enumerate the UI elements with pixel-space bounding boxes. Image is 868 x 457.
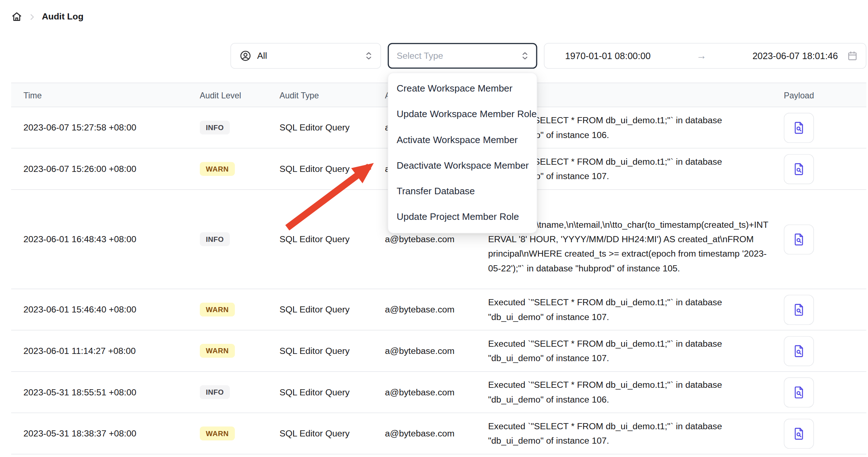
cell-actor: a@bytebase.com xyxy=(385,346,488,356)
cell-time: 2023-06-01 15:46:40 +08:00 xyxy=(11,305,200,315)
cell-comment: Executed `"SELECT * FROM db_ui_demo.t1;"… xyxy=(488,336,784,365)
audit-log-page: Audit Log All Select Type xyxy=(0,0,868,457)
audit-level-badge: WARN xyxy=(200,426,235,440)
filter-bar: All Select Type Create Workspace xyxy=(231,43,867,68)
cell-actor: a@bytebase.com xyxy=(385,305,488,315)
column-header-audit-type: Audit Type xyxy=(279,90,385,99)
audit-type-dropdown: Create Workspace Member Update Workspace… xyxy=(388,72,537,233)
chevrons-updown-icon xyxy=(364,51,373,60)
date-range-start: 1970-01-01 08:00:00 xyxy=(565,50,650,61)
chevrons-updown-icon xyxy=(520,51,529,60)
file-search-icon xyxy=(792,302,806,317)
cell-audit-type: SQL Editor Query xyxy=(279,346,385,356)
audit-level-badge: INFO xyxy=(200,232,230,246)
file-search-icon xyxy=(792,343,806,358)
payload-view-button[interactable] xyxy=(784,418,814,449)
table-row: 2023-05-31 18:38:37 +08:00 WARN SQL Edit… xyxy=(11,413,866,454)
audit-level-badge: WARN xyxy=(200,162,235,176)
cell-actor: a@bytebase.com xyxy=(385,429,488,439)
cell-audit-type: SQL Editor Query xyxy=(279,123,385,133)
cell-time: 2023-06-07 15:27:58 +08:00 xyxy=(11,123,200,133)
actor-filter-select[interactable]: All xyxy=(231,43,381,68)
cell-audit-type: SQL Editor Query xyxy=(279,387,385,397)
cell-comment: Executed `"SELECT * FROM db_ui_demo.t1;"… xyxy=(488,378,784,407)
date-range-picker[interactable]: 1970-01-01 08:00:00 → 2023-06-07 18:01:4… xyxy=(544,43,866,68)
audit-type-placeholder: Select Type xyxy=(397,51,443,61)
payload-view-button[interactable] xyxy=(784,112,814,143)
file-search-icon xyxy=(792,161,806,176)
audit-level-badge: INFO xyxy=(200,385,230,399)
column-header-time: Time xyxy=(11,90,200,99)
cell-time: 2023-05-31 18:38:37 +08:00 xyxy=(11,429,200,439)
cell-comment: Executed `"SELECT * FROM db_ui_demo.t1;"… xyxy=(488,419,784,448)
page-title: Audit Log xyxy=(42,12,84,22)
date-range-end: 2023-06-07 18:01:46 xyxy=(752,50,838,61)
payload-view-button[interactable] xyxy=(784,154,814,184)
menu-item-update-workspace-member[interactable]: Update Workspace Member Role xyxy=(388,102,537,127)
file-search-icon xyxy=(792,426,806,441)
audit-level-badge: WARN xyxy=(200,344,235,358)
cell-time: 2023-06-01 16:48:43 +08:00 xyxy=(11,234,200,244)
menu-item-update-project-member[interactable]: Update Project Member Role xyxy=(388,204,537,230)
file-search-icon xyxy=(792,385,806,399)
column-header-payload: Payload xyxy=(784,90,866,99)
chevron-right-icon xyxy=(28,13,36,21)
cell-audit-type: SQL Editor Query xyxy=(279,234,385,244)
table-row: 2023-06-01 15:46:40 +08:00 WARN SQL Edit… xyxy=(11,289,866,330)
cell-time: 2023-06-01 11:14:27 +08:00 xyxy=(11,346,200,356)
arrow-right-icon: → xyxy=(650,50,752,62)
menu-item-deactivate-workspace-member[interactable]: Deactivate Workspace Member xyxy=(388,153,537,178)
audit-type-select[interactable]: Select Type xyxy=(388,43,537,68)
table-row: 2023-06-01 11:14:27 +08:00 WARN SQL Edit… xyxy=(11,330,866,372)
cell-actor: a@bytebase.com xyxy=(385,234,488,244)
file-search-icon xyxy=(792,232,806,247)
cell-time: 2023-05-31 18:55:51 +08:00 xyxy=(11,387,200,397)
breadcrumb: Audit Log xyxy=(11,9,84,25)
file-search-icon xyxy=(792,120,806,135)
cell-audit-type: SQL Editor Query xyxy=(279,305,385,315)
cell-time: 2023-06-07 15:26:00 +08:00 xyxy=(11,164,200,174)
user-circle-icon xyxy=(239,50,251,62)
audit-type-filter: Select Type Create Workspace Member Upda… xyxy=(388,43,537,68)
menu-item-activate-workspace-member[interactable]: Activate Workspace Member xyxy=(388,127,537,153)
audit-level-badge: WARN xyxy=(200,303,235,317)
cell-audit-type: SQL Editor Query xyxy=(279,429,385,439)
audit-level-badge: INFO xyxy=(200,121,230,135)
menu-item-transfer-database[interactable]: Transfer Database xyxy=(388,179,537,204)
home-icon[interactable] xyxy=(11,11,22,22)
payload-view-button[interactable] xyxy=(784,224,814,254)
table-row: 2023-05-31 18:55:51 +08:00 INFO SQL Edit… xyxy=(11,372,866,413)
payload-view-button[interactable] xyxy=(784,377,814,407)
calendar-icon xyxy=(847,50,858,61)
payload-view-button[interactable] xyxy=(784,294,814,325)
menu-item-create-workspace-member[interactable]: Create Workspace Member xyxy=(388,76,537,102)
payload-view-button[interactable] xyxy=(784,336,814,366)
actor-filter-value: All xyxy=(257,51,267,61)
cell-comment: Executed `"SELECT * FROM db_ui_demo.t1;"… xyxy=(488,295,784,324)
cell-actor: a@bytebase.com xyxy=(385,387,488,397)
column-header-audit-level: Audit Level xyxy=(200,90,279,99)
cell-audit-type: SQL Editor Query xyxy=(279,164,385,174)
